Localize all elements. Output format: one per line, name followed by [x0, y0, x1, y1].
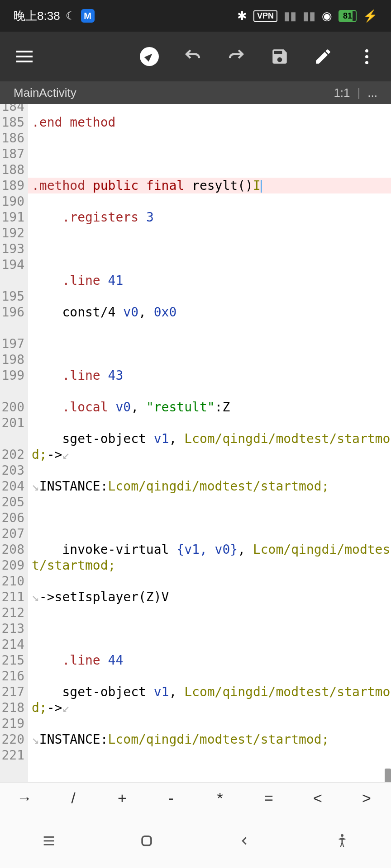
status-bar: 晚上8:38 ☾ M ✱ VPN ▮▮ ▮▮ ◉ 81 ⚡ — [0, 0, 391, 32]
wifi-icon: ◉ — [322, 9, 332, 23]
system-nav-bar — [0, 814, 391, 868]
tab-more[interactable]: ... — [367, 86, 377, 100]
sym-lt[interactable]: < — [293, 789, 342, 807]
signal2-icon: ▮▮ — [303, 9, 315, 23]
code-editor[interactable]: 1841851861871881891901911921931941951961… — [0, 104, 391, 805]
cursor-position[interactable]: 1:1 — [334, 86, 350, 100]
sym-minus[interactable]: - — [147, 789, 196, 807]
app-toolbar — [0, 32, 391, 81]
undo-icon[interactable] — [182, 46, 204, 67]
overflow-icon[interactable] — [356, 46, 377, 67]
line-gutter: 1841851861871881891901911921931941951961… — [0, 104, 28, 805]
sym-gt[interactable]: > — [342, 789, 391, 807]
sym-slash[interactable]: / — [49, 789, 98, 807]
nav-recent-icon[interactable] — [0, 833, 98, 849]
tab-bar: MainActivity 1:1 | ... — [0, 81, 391, 104]
edit-icon[interactable] — [312, 46, 334, 67]
svg-rect-3 — [142, 836, 151, 845]
tab-filename[interactable]: MainActivity — [14, 86, 76, 100]
signal1-icon: ▮▮ — [284, 9, 296, 23]
code-content[interactable]: .end method .method public final resylt(… — [28, 104, 391, 805]
sym-tab[interactable]: → — [0, 789, 49, 807]
compass-icon[interactable] — [138, 46, 160, 67]
charging-icon: ⚡ — [363, 9, 377, 23]
menu-icon[interactable] — [14, 46, 35, 67]
nav-back-icon[interactable] — [196, 834, 293, 848]
dnd-moon-icon: ☾ — [66, 9, 76, 22]
symbol-bar: → / + - * = < > — [0, 782, 391, 814]
sym-plus[interactable]: + — [98, 789, 147, 807]
sym-star[interactable]: * — [196, 789, 244, 807]
save-icon[interactable] — [269, 46, 291, 67]
sym-eq[interactable]: = — [244, 789, 293, 807]
svg-point-4 — [341, 834, 343, 837]
battery-icon: 81 — [339, 10, 357, 22]
redo-icon[interactable] — [225, 46, 247, 67]
bluetooth-icon: ✱ — [237, 9, 247, 23]
mail-icon: M — [81, 9, 95, 23]
status-time: 晚上8:38 — [14, 8, 60, 24]
nav-home-icon[interactable] — [98, 833, 196, 849]
nav-accessibility-icon[interactable] — [293, 833, 391, 849]
vpn-icon: VPN — [253, 10, 277, 22]
